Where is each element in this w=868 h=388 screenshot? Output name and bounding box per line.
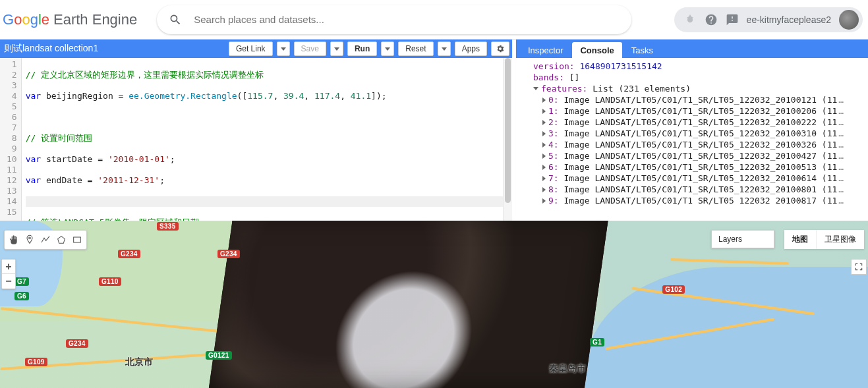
feature-item[interactable]: 9: Image LANDSAT/LT05/C01/T1 SR/LT05 122… xyxy=(521,195,863,206)
fullscreen-button[interactable] xyxy=(851,259,867,275)
zoom-control: + − xyxy=(1,259,16,289)
svg-rect-2 xyxy=(74,237,81,242)
editor-toolbar: 则试landsat collection1 Get Link Save Run … xyxy=(0,40,512,58)
code-body[interactable]: // 定义北京区域的矩形边界，这里需要根据实际情况调整坐标 var beijin… xyxy=(22,58,512,221)
line-gutter: 123456789101112131415 xyxy=(0,58,22,221)
layers-toggle[interactable]: Layers xyxy=(711,230,774,248)
map[interactable]: S335 G234 G234 G110 G7 G6 G234 G109 G012… xyxy=(0,221,868,388)
getlink-button[interactable]: Get Link xyxy=(229,42,273,56)
save-button[interactable]: Save xyxy=(294,42,326,56)
feature-item[interactable]: 4: Image LANDSAT/LT05/C01/T1_SR/LT05_122… xyxy=(521,139,863,150)
svg-point-1 xyxy=(29,237,31,239)
feature-item[interactable]: 6: Image LANDSAT/LT05/C01/T1_SR/LT05_122… xyxy=(521,161,863,173)
road-shield: S335 xyxy=(157,222,179,231)
city-label-qinhuangdao: 秦皇岛市 xyxy=(549,363,586,375)
console-output[interactable]: version: 1648901731515142 bands: [] feat… xyxy=(516,58,868,221)
logo[interactable]: Google Earth Engine xyxy=(3,11,137,28)
search-icon xyxy=(169,13,182,26)
zoom-in[interactable]: + xyxy=(2,260,15,274)
hand-tool[interactable] xyxy=(7,233,21,247)
user-area: ee-kitmyfaceplease2 xyxy=(674,7,863,32)
getlink-menu[interactable] xyxy=(277,42,290,56)
road-shield: G1 xyxy=(590,338,604,346)
road-shield: G6 xyxy=(14,292,29,300)
header: Google Earth Engine ee-kitmyfaceplease2 xyxy=(0,0,868,40)
save-menu[interactable] xyxy=(330,42,343,56)
help-icon[interactable] xyxy=(705,13,718,26)
console-tabs: Inspector Console Tasks xyxy=(516,40,868,58)
line-tool[interactable] xyxy=(38,233,53,247)
gear-icon xyxy=(496,44,505,53)
features-row[interactable]: features: List (231 elements) xyxy=(521,83,863,94)
rectangle-tool[interactable] xyxy=(70,233,84,247)
polygon-tool[interactable] xyxy=(54,233,69,247)
run-menu[interactable] xyxy=(381,42,394,56)
city-label-beijing: 北京市 xyxy=(125,356,153,368)
username[interactable]: ee-kitmyfaceplease2 xyxy=(747,14,831,25)
feature-item[interactable]: 2: Image LANDSAT/LT05/C01/T1_SR/LT05_122… xyxy=(521,117,863,128)
marker-tool[interactable] xyxy=(22,233,37,247)
road-shield: G109 xyxy=(25,358,47,366)
editor-scrollbar[interactable] xyxy=(503,58,512,221)
road-shield: G7 xyxy=(14,277,29,286)
reset-button[interactable]: Reset xyxy=(398,42,433,56)
road-shield: G102 xyxy=(662,285,685,294)
road-shield: G0121 xyxy=(206,351,232,360)
road-shield: G234 xyxy=(66,339,88,348)
fullscreen-icon xyxy=(854,262,863,271)
maptype-satellite[interactable]: 卫星图像 xyxy=(817,230,864,249)
feature-item[interactable]: 0: Image LANDSAT/LT05/C01/T1_SR/LT05_122… xyxy=(521,94,863,105)
tab-console[interactable]: Console xyxy=(572,42,622,58)
tab-inspector[interactable]: Inspector xyxy=(520,42,571,58)
tab-tasks[interactable]: Tasks xyxy=(623,42,661,58)
settings-button[interactable] xyxy=(491,42,509,56)
feature-item[interactable]: 8: Image LANDSAT/LT05/C01/T1_SR/LT05_122… xyxy=(521,184,863,195)
feature-item[interactable]: 7: Image LANDSAT/LT05/C01/T1_SR/LT05_122… xyxy=(521,173,863,184)
maptype-control: 地图 卫星图像 xyxy=(784,230,864,249)
road-shield: G234 xyxy=(118,250,140,258)
search-input[interactable] xyxy=(194,14,620,25)
feedback-icon[interactable] xyxy=(726,13,739,26)
reset-menu[interactable] xyxy=(438,42,451,56)
maptype-map[interactable]: 地图 xyxy=(784,230,817,249)
script-title: 则试landsat collection1 xyxy=(3,43,225,55)
brightness-icon[interactable] xyxy=(683,13,697,26)
product-name: Earth Engine xyxy=(53,11,137,28)
road-shield: G110 xyxy=(99,277,121,286)
draw-toolbar xyxy=(4,230,87,250)
road-shield: G234 xyxy=(217,250,240,258)
svg-point-0 xyxy=(687,16,692,22)
avatar[interactable] xyxy=(839,10,859,30)
feature-item[interactable]: 1: Image LANDSAT/LT05/C01/T1_SR/LT05_122… xyxy=(521,105,863,117)
code-editor[interactable]: 123456789101112131415 // 定义北京区域的矩形边界，这里需… xyxy=(0,58,512,221)
run-button[interactable]: Run xyxy=(347,42,377,56)
search-box[interactable] xyxy=(157,5,631,34)
feature-item[interactable]: 3: Image LANDSAT/LT05/C01/T1_SR/LT05_122… xyxy=(521,128,863,139)
apps-button[interactable]: Apps xyxy=(455,42,487,56)
zoom-out[interactable]: − xyxy=(2,274,15,289)
feature-item[interactable]: 5: Image LANDSAT/LT05/C01/T1_SR/LT05_122… xyxy=(521,150,863,161)
